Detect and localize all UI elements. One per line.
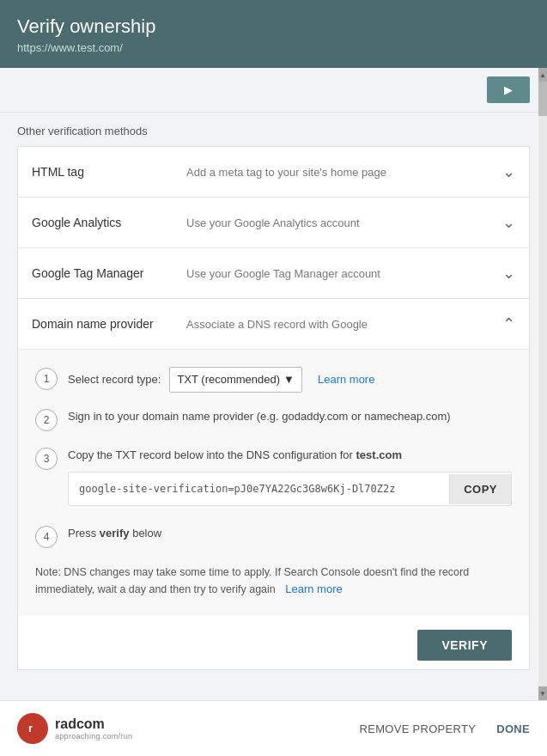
done-button[interactable]: DONE — [496, 722, 530, 735]
chevron-down-icon-html-tag: ⌄ — [502, 162, 515, 181]
footer-actions: REMOVE PROPERTY DONE — [360, 722, 531, 735]
domain-section-name: Domain name provider — [32, 317, 186, 331]
step-4-content: Press verify below — [68, 525, 512, 542]
chevron-down-icon-google-analytics: ⌄ — [502, 213, 515, 232]
dns-record-value: google-site-verification=pJ0e7YA22Gc3G8w… — [69, 472, 449, 505]
step-2-number: 2 — [35, 409, 58, 431]
methods-container: HTML tag Add a meta tag to your site's h… — [17, 146, 530, 299]
domain-section-desc: Associate a DNS record with Google — [186, 318, 494, 331]
step-3-text: Copy the TXT record below into the DNS c… — [68, 447, 512, 464]
step-4-number: 4 — [35, 526, 58, 548]
step-3-number: 3 — [35, 448, 58, 470]
domain-header[interactable]: Domain name provider Associate a DNS rec… — [18, 299, 529, 350]
top-bar: ▶ — [0, 68, 547, 113]
scroll-thumb[interactable] — [538, 82, 547, 116]
page-title: Verify ownership — [17, 15, 530, 38]
domain-body: 1 Select record type: TXT (recommended) … — [18, 350, 529, 616]
footer: r radcom approaching.com/run REMOVE PROP… — [0, 700, 547, 756]
step-4-row: 4 Press verify below — [35, 525, 512, 548]
method-row-google-tag-manager[interactable]: Google Tag Manager Use your Google Tag M… — [18, 248, 529, 298]
record-type-row: Select record type: TXT (recommended) ▼ … — [68, 367, 512, 393]
chevron-up-icon: ⌃ — [502, 314, 515, 333]
step-1-row: 1 Select record type: TXT (recommended) … — [35, 367, 512, 393]
main-content: ▶ Other verification methods HTML tag Ad… — [0, 68, 547, 670]
method-desc-google-tag-manager: Use your Google Tag Manager account — [186, 267, 494, 280]
select-record-label: Select record type: — [68, 371, 161, 388]
logo-sub-text: approaching.com/run — [55, 732, 132, 741]
step-2-content: Sign in to your domain name provider (e.… — [68, 408, 512, 425]
method-name-html-tag: HTML tag — [32, 165, 186, 179]
method-name-google-analytics: Google Analytics — [32, 216, 186, 229]
method-desc-html-tag: Add a meta tag to your site's home page — [186, 166, 494, 179]
step-3-text-before: Copy the TXT record below into the DNS c… — [68, 448, 356, 461]
other-methods-label: Other verification methods — [0, 113, 547, 146]
verify-button[interactable]: VERIFY — [417, 630, 512, 661]
logo-text: radcom approaching.com/run — [55, 716, 132, 741]
note-learn-more-link[interactable]: Learn more — [285, 582, 342, 595]
top-bar-button[interactable]: ▶ — [487, 76, 530, 103]
step-3-domain: test.com — [356, 448, 402, 461]
record-type-value: TXT (recommended) — [177, 371, 280, 388]
step-2-row: 2 Sign in to your domain name provider (… — [35, 408, 512, 431]
copy-box: google-site-verification=pJ0e7YA22Gc3G8w… — [68, 472, 512, 506]
chevron-down-icon-google-tag-manager: ⌄ — [502, 264, 515, 283]
step-1-content: Select record type: TXT (recommended) ▼ … — [68, 367, 512, 393]
note-box: Note: DNS changes may take some time to … — [35, 564, 512, 599]
logo-main-text: radcom — [55, 716, 132, 732]
remove-property-button[interactable]: REMOVE PROPERTY — [360, 722, 477, 735]
svg-text:r: r — [28, 722, 33, 735]
scroll-track — [538, 82, 547, 686]
logo-icon: r — [17, 713, 48, 744]
logo-svg: r — [23, 719, 42, 738]
method-desc-google-analytics: Use your Google Analytics account — [186, 216, 494, 229]
method-row-google-analytics[interactable]: Google Analytics Use your Google Analyti… — [18, 198, 529, 248]
note-text: Note: DNS changes may take some time to … — [35, 566, 469, 595]
scroll-up-button[interactable]: ▲ — [538, 68, 547, 82]
domain-section: Domain name provider Associate a DNS rec… — [17, 299, 530, 670]
method-row-html-tag[interactable]: HTML tag Add a meta tag to your site's h… — [18, 147, 529, 198]
record-type-select[interactable]: TXT (recommended) ▼ — [169, 367, 302, 393]
footer-logo: r radcom approaching.com/run — [17, 713, 132, 744]
step-3-content: Copy the TXT record below into the DNS c… — [68, 447, 512, 510]
method-name-google-tag-manager: Google Tag Manager — [32, 266, 186, 280]
step-4-bold: verify — [100, 527, 130, 540]
learn-more-link-step1[interactable]: Learn more — [318, 371, 374, 388]
scrollbar[interactable]: ▲ ▼ — [538, 68, 547, 700]
step-3-row: 3 Copy the TXT record below into the DNS… — [35, 447, 512, 510]
dropdown-arrow-icon: ▼ — [283, 371, 295, 388]
scroll-down-button[interactable]: ▼ — [538, 686, 547, 700]
step-1-number: 1 — [35, 368, 58, 390]
header: Verify ownership https://www.test.com/ — [0, 0, 547, 68]
copy-button[interactable]: COPY — [449, 474, 511, 504]
verify-section: VERIFY — [18, 616, 529, 669]
page-url: https://www.test.com/ — [17, 41, 530, 54]
